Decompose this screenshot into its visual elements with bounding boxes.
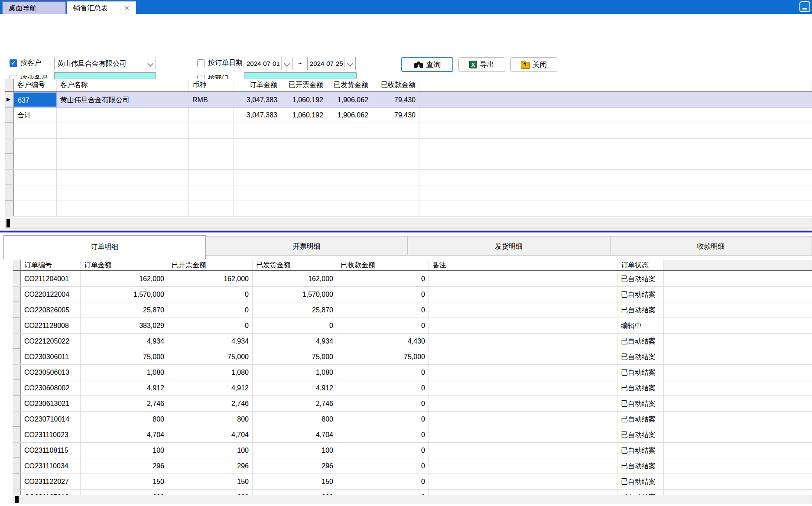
export-button[interactable]: X 导出 [458, 57, 505, 72]
detail-cell[interactable]: 2,746 [168, 396, 253, 411]
scrollbar-thumb[interactable] [15, 496, 19, 503]
tab-list-icon[interactable] [799, 1, 810, 12]
query-button[interactable]: 查询 [401, 57, 453, 72]
chevron-down-icon[interactable] [281, 57, 292, 70]
date-to-select[interactable]: 2024-07-25 [307, 57, 356, 70]
detail-cell[interactable]: 800 [168, 412, 253, 427]
detail-cell[interactable]: CO230306011 [21, 349, 81, 364]
detail-cell[interactable]: 0 [253, 318, 337, 333]
summary-cell[interactable]: 637 [14, 92, 57, 107]
detail-cell[interactable] [429, 318, 617, 333]
detail-cell[interactable] [429, 458, 617, 474]
detail-cell[interactable]: 已自动结案 [617, 287, 664, 302]
chevron-down-icon[interactable] [145, 57, 156, 70]
detail-tab-4[interactable]: 收款明细 [610, 236, 812, 256]
detail-cell[interactable]: 0 [337, 458, 429, 474]
detail-cell[interactable]: 75,000 [81, 349, 168, 364]
close-button[interactable]: 关闭 [510, 57, 557, 72]
table-row[interactable]: CO2306130212,7462,7462,7460已自动结案 [13, 396, 812, 412]
summary-cell[interactable]: 1,906,062 [327, 92, 372, 107]
detail-cell[interactable]: 4,704 [81, 427, 168, 442]
table-row[interactable]: CO22082600525,870025,8700已自动结案 [13, 302, 812, 318]
detail-tab-1[interactable]: 订单明细 [3, 235, 206, 259]
summary-cell[interactable]: RMB [189, 92, 234, 107]
detail-cell[interactable] [429, 490, 617, 495]
table-row[interactable]: ▶637黄山伟旦合金有限公司RMB3,047,3831,060,1921,906… [5, 92, 812, 107]
detail-cell[interactable]: 0 [337, 396, 429, 411]
detail-cell[interactable] [429, 412, 617, 427]
detail-cell[interactable]: 4,704 [253, 427, 337, 442]
table-row[interactable]: CO2311100234,7044,7044,7040已自动结案 [13, 427, 812, 443]
detail-cell[interactable]: CO231108115 [21, 443, 81, 458]
detail-cell[interactable] [429, 427, 617, 442]
table-row[interactable]: CO221128008383,029000编辑中 [13, 318, 812, 334]
table-row[interactable]: CO2307100148008008000已自动结案 [13, 412, 812, 427]
detail-cell[interactable]: 4,704 [168, 427, 253, 442]
detail-cell[interactable]: 已自动结案 [617, 349, 664, 364]
table-row[interactable]: CO2311250126006006000已自动结案 [13, 490, 812, 495]
table-row[interactable]: CO2306080024,9124,9124,9120已自动结案 [13, 380, 812, 396]
table-row[interactable]: CO2305060131,0801,0801,0800已自动结案 [13, 365, 812, 380]
detail-cell[interactable]: CO231110023 [21, 427, 81, 442]
detail-cell[interactable] [429, 271, 617, 286]
detail-cell[interactable]: CO231125012 [21, 490, 81, 495]
customer-select[interactable]: 黄山伟旦合金有限公司 [54, 57, 156, 70]
detail-cell[interactable]: 296 [168, 458, 253, 474]
detail-cell[interactable] [429, 396, 617, 411]
detail-cell[interactable]: 已自动结案 [617, 443, 664, 458]
detail-cell[interactable]: 800 [253, 412, 337, 427]
detail-cell[interactable]: 已自动结案 [617, 474, 664, 489]
detail-cell[interactable]: 150 [81, 474, 168, 489]
detail-cell[interactable]: 0 [168, 318, 253, 333]
table-row[interactable]: CO211204001162,000162,000162,0000已自动结案 [13, 271, 812, 287]
detail-cell[interactable]: 已自动结案 [617, 412, 664, 427]
detail-cell[interactable] [429, 287, 617, 302]
table-row[interactable]: CO2311220271501501500已自动结案 [13, 474, 812, 490]
detail-tab-2[interactable]: 开票明细 [206, 236, 408, 256]
detail-cell[interactable]: 1,080 [168, 365, 253, 380]
detail-cell[interactable] [429, 474, 617, 489]
by-order-date-checkbox[interactable] [197, 59, 205, 67]
detail-tab-3[interactable]: 发货明细 [408, 236, 610, 256]
detail-cell[interactable]: 已自动结案 [617, 396, 664, 411]
table-row[interactable]: CO23030601175,00075,00075,00075,000已自动结案 [13, 349, 812, 365]
table-row[interactable]: CO2201220041,570,00001,570,0000已自动结案 [13, 287, 812, 302]
detail-cell[interactable]: 150 [168, 474, 253, 489]
detail-cell[interactable]: CO230613021 [21, 396, 81, 411]
detail-cell[interactable]: 已自动结案 [617, 365, 664, 380]
detail-cell[interactable] [429, 302, 617, 318]
detail-cell[interactable]: 0 [337, 287, 429, 302]
summary-horizontal-scrollbar[interactable] [5, 218, 812, 229]
detail-cell[interactable] [429, 380, 617, 396]
by-customer-checkbox[interactable] [10, 59, 17, 67]
detail-cell[interactable]: 2,746 [81, 396, 168, 411]
detail-cell[interactable]: 已自动结案 [617, 490, 664, 495]
detail-cell[interactable]: 4,912 [168, 380, 253, 396]
detail-cell[interactable]: 0 [337, 302, 429, 318]
detail-cell[interactable]: 150 [253, 474, 337, 489]
detail-cell[interactable]: 2,746 [253, 396, 337, 411]
detail-cell[interactable]: 1,080 [81, 365, 168, 380]
detail-cell[interactable]: 4,912 [81, 380, 168, 396]
detail-cell[interactable]: 4,934 [168, 334, 253, 349]
detail-cell[interactable] [429, 365, 617, 380]
detail-cell[interactable]: 75,000 [337, 349, 429, 364]
detail-cell[interactable]: 0 [337, 427, 429, 442]
scrollbar-thumb[interactable] [6, 219, 10, 227]
table-row[interactable]: CO2212050224,9344,9344,9344,430已自动结案 [13, 334, 812, 349]
splitter-bar[interactable] [0, 230, 812, 233]
detail-cell[interactable]: 0 [337, 490, 429, 495]
detail-horizontal-scrollbar[interactable] [13, 495, 812, 504]
detail-cell[interactable]: 100 [168, 443, 253, 458]
detail-cell[interactable]: 编辑中 [617, 318, 664, 333]
detail-cell[interactable]: CO221128008 [21, 318, 81, 333]
detail-cell[interactable]: 4,430 [337, 334, 429, 349]
detail-cell[interactable]: CO231110034 [21, 458, 81, 474]
detail-cell[interactable]: 25,870 [253, 302, 337, 318]
table-row[interactable]: CO2311081151001001000已自动结案 [13, 443, 812, 458]
detail-cell[interactable]: CO231122027 [21, 474, 81, 489]
detail-cell[interactable]: CO230608002 [21, 380, 81, 396]
detail-cell[interactable]: 已自动结案 [617, 334, 664, 349]
detail-cell[interactable] [429, 349, 617, 364]
detail-cell[interactable]: 1,570,000 [253, 287, 337, 302]
